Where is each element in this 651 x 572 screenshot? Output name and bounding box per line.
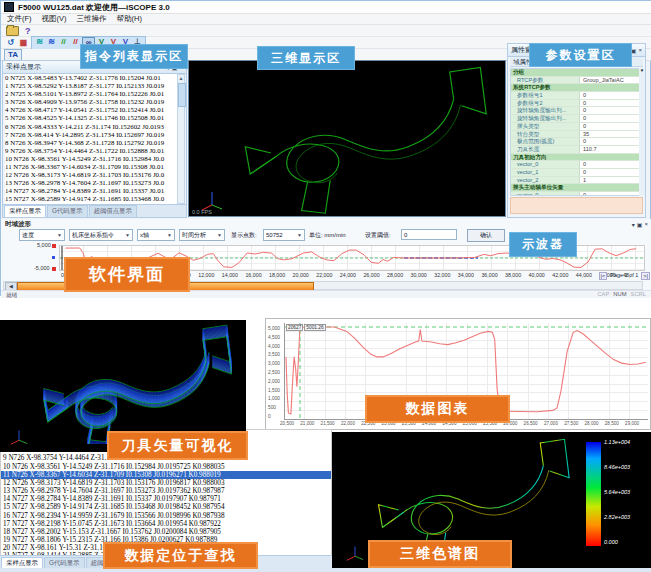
property-group: 系统RTCP参数 [511,84,642,92]
table-row[interactable]: 16 N727 X-98.2394 Y-14.9959 Z-31.1679 I0… [1,512,331,520]
wave-blue-icon[interactable]: ≋ [46,37,57,47]
dock-buttons[interactable]: ▾▣× [632,221,648,228]
list-row[interactable]: 14 N727 X-98.2784 Y-14.8389 Z-31.1691 I0… [5,187,178,195]
table-row[interactable]: 11 N726 X-98.3367 Y-14.6034 Z-31.1709 I0… [1,471,331,479]
list-row[interactable]: 3 N726 X-98.4909 Y-13.9756 Z-31.1758 I0.… [5,98,178,106]
open-file-icon[interactable] [6,26,19,36]
property-name: 参数组号2 [511,100,580,107]
list-row[interactable]: 7 N726 X-98.414 Y-14.2895 Z-31.1734 I0.1… [5,131,178,139]
axis-triad-icon [8,428,30,446]
property-row[interactable]: 摆头类型0 [511,123,642,131]
property-row[interactable]: 旋转轴角度输出判...0 [511,115,642,123]
close-icon[interactable]: × [638,47,642,54]
property-row[interactable]: 旋转轴角度输出判...0 [511,107,642,115]
refresh-icon[interactable]: ↺ [5,38,16,48]
pin-icon[interactable]: ▣ [637,221,643,228]
list-row[interactable]: 9 N726 X-98.3754 Y-14.4464 Z-31.1722 I0.… [5,147,178,155]
menu-item[interactable]: 三维操作 [77,14,107,24]
property-value[interactable]: 0 [580,169,642,176]
property-row[interactable]: vector_21 [511,177,642,185]
property-row[interactable]: 参数组号10 [511,92,642,100]
list-scrollbar[interactable]: ▲ [177,74,185,204]
page-prev-button[interactable]: |< [599,272,608,280]
property-value[interactable]: 1 [580,177,642,184]
pin-menu-icon[interactable]: ▾ [632,221,635,228]
wave-teal-icon[interactable]: ≋ [34,37,45,47]
table-row[interactable]: 14 N727 X-98.2784 Y-14.8389 Z-31.1691 I0… [1,495,331,503]
x-tick: 26,000 [363,272,379,278]
main-3d-view[interactable]: 0.0 FPS [188,60,506,217]
axis-select[interactable]: x轴▼ [137,229,175,241]
list-row[interactable]: 0 N725 X-98.5483 Y-13.7402 Z-31.1776 I0.… [5,74,178,82]
property-row[interactable]: vector_00 [511,192,642,196]
confirm-button[interactable]: 确认 [467,229,505,242]
help-icon[interactable]: ? [25,26,31,36]
property-value[interactable]: 0 [580,192,642,196]
list-row[interactable]: 11 N726 X-98.3367 Y-14.6034 Z-31.1709 I0… [5,163,178,171]
x-tick: 21,500 [321,421,335,426]
palette-icon[interactable]: ▦ [18,38,29,48]
coord-system-select[interactable]: 机床坐标系指令▼ [69,229,133,241]
list-row[interactable]: 6 N726 X-98.4333 Y-14.211 Z-31.174 I0.15… [5,123,178,131]
list-row[interactable]: 10 N726 X-98.3561 Y-14.5249 Z-31.1716 I0… [5,155,178,163]
close-icon[interactable]: × [644,221,648,228]
sample-point-list[interactable]: 0 N725 X-98.5483 Y-13.7402 Z-31.1776 I0.… [5,74,178,204]
property-row[interactable]: 转台类型35 [511,131,642,139]
list-row[interactable]: 5 N726 X-98.4525 Y-14.1325 Z-31.1746 I0.… [5,114,178,122]
annotation-instruction-list: 指令列表显示区 [80,44,188,69]
table-row[interactable]: 13 N726 X-98.2978 Y-14.7604 Z-31.1697 I0… [1,487,331,495]
annotation-software-ui: 软件界面 [64,257,190,292]
tab-0[interactable]: 采样点显示 [4,205,46,217]
window-bottom-edge [0,568,651,572]
property-row[interactable]: vector_10 [511,169,642,177]
list-row[interactable]: 15 N727 X-98.2589 Y-14.9174 Z-31.1685 I0… [5,195,178,203]
scrollbar-thumb[interactable] [178,83,186,107]
property-name: vector_0 [511,192,580,196]
threshold-input[interactable]: 0 [401,229,457,240]
analysis-select[interactable]: 时间分析▼ [179,229,225,241]
property-value[interactable]: 0 [580,100,642,107]
property-name: 刀具长度 [511,146,580,153]
menu-item[interactable]: 视图(V) [42,14,67,24]
points-count-select[interactable]: 50752▼ [263,229,305,241]
list-row[interactable]: 12 N726 X-98.3173 Y-14.6819 Z-31.1703 I0… [5,171,178,179]
list-row[interactable]: 4 N726 X-98.4717 Y-14.0541 Z-31.1752 I0.… [5,106,178,114]
property-description-box [510,197,643,214]
list-row[interactable]: 8 N726 X-98.3947 Y-14.368 Z-31.1728 I0.1… [5,139,178,147]
property-name: 摆头类型 [511,123,580,130]
property-row[interactable]: RTCP参数Group_JiaTaiAC [511,77,642,85]
slash-green-icon[interactable]: // [58,37,69,47]
property-value[interactable]: 0 [580,107,642,114]
title-bar[interactable]: F5000 WU125.dat 欢迎使用—iSCOPE 3.0 [1,1,651,14]
chart-tooltip: 20627 5001.26 [286,324,326,331]
property-scrollbar[interactable]: ▼ [639,68,645,196]
table-row[interactable]: 18 N727 X-98.2002 Y-15.153 Z-31.1667 I0.… [1,528,331,536]
list-row[interactable]: 13 N726 X-98.2978 Y-14.7604 Z-31.1697 I0… [5,179,178,187]
property-row[interactable]: 刀具长度110.7 [511,146,642,154]
property-value[interactable]: 0 [580,92,642,99]
table-row[interactable]: 12 N726 X-98.3173 Y-14.6819 Z-31.1703 I0… [1,479,331,487]
property-row[interactable]: 极点范围(弧度)0 [511,138,642,146]
property-row[interactable]: vector_00 [511,161,642,169]
property-value[interactable]: 110.7 [580,146,642,153]
tab-1[interactable]: G代码显示 [47,205,88,217]
menu-item[interactable]: 文件(F) [7,14,32,24]
menu-item[interactable]: 帮助(H) [117,14,142,24]
property-value[interactable]: 35 [580,131,642,138]
page-next-button[interactable]: >| [641,272,650,280]
list-row[interactable]: 1 N725 X-98.5292 Y-13.8187 Z-31.177 I0.1… [5,82,178,90]
list-row[interactable]: 2 N725 X-98.5101 Y-13.8972 Z-31.1764 I0.… [5,90,178,98]
property-value[interactable]: 0 [580,123,642,130]
signal-select[interactable]: 速度▼ [19,229,65,241]
property-value[interactable]: 0 [580,115,642,122]
property-value[interactable]: Group_JiaTaiAC [580,77,642,84]
table-row[interactable]: 17 N727 X-98.2198 Y-15.0745 Z-31.1673 I0… [1,520,331,528]
table-row[interactable]: 10 N726 X-98.3561 Y-14.5249 Z-31.1716 I0… [1,463,331,471]
property-value[interactable]: 0 [580,138,642,145]
scope-ymin: -5,000 [34,265,50,271]
table-row[interactable]: 15 N727 X-98.2589 Y-14.9174 Z-31.1685 I0… [1,503,331,511]
property-grid[interactable]: 分组RTCP参数Group_JiaTaiAC系统RTCP参数参数组号10参数组号… [510,68,643,196]
tab-2[interactable]: 超阈值点显示 [89,205,137,217]
property-row[interactable]: 参数组号20 [511,100,642,108]
property-value[interactable]: 0 [580,161,642,168]
